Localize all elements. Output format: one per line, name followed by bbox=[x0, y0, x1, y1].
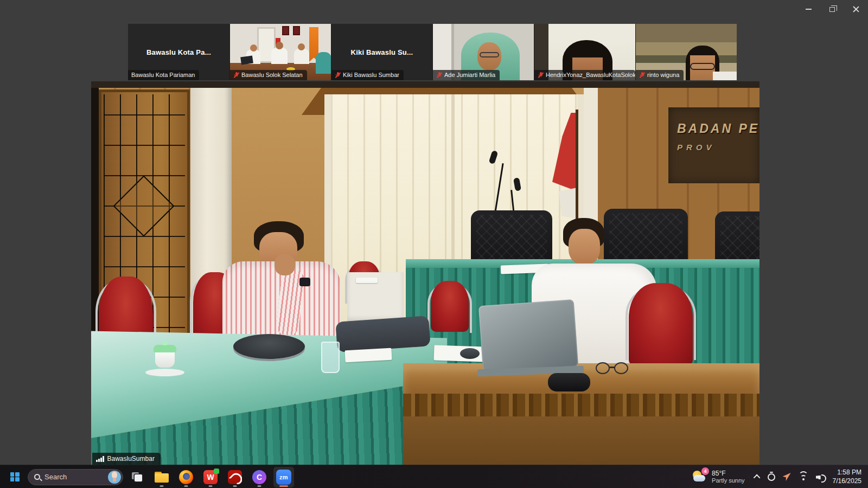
eyeglasses bbox=[596, 362, 636, 376]
volume-icon[interactable] bbox=[816, 473, 826, 481]
wifi-icon[interactable] bbox=[799, 473, 808, 481]
weather-badge: 4 bbox=[701, 467, 709, 475]
wall-sign-text: PROV bbox=[677, 143, 760, 152]
taskbar: Search W C zm 4 85°F Partly sunny bbox=[0, 465, 868, 488]
cup-lid bbox=[154, 345, 176, 352]
weather-widget[interactable]: 4 85°F Partly sunny bbox=[688, 468, 748, 486]
person bbox=[294, 49, 309, 64]
photo-frame bbox=[282, 26, 289, 35]
mic-muted-icon bbox=[233, 72, 239, 78]
glasses-case bbox=[548, 373, 590, 391]
window-controls bbox=[796, 0, 868, 20]
participant-tile[interactable]: rinto wiguna bbox=[635, 24, 737, 80]
photo-frame bbox=[293, 26, 300, 35]
person-head bbox=[298, 43, 305, 50]
minimize-icon bbox=[806, 9, 812, 10]
person-head bbox=[276, 42, 283, 49]
weather-condition: Partly sunny bbox=[712, 477, 745, 484]
close-icon bbox=[853, 6, 859, 12]
zoom-icon: zm bbox=[276, 470, 291, 485]
taskbar-clock[interactable]: 1:58 PM 7/16/2025 bbox=[833, 468, 864, 485]
saucer bbox=[145, 369, 184, 376]
clock-date: 7/16/2025 bbox=[833, 477, 861, 486]
cup bbox=[155, 350, 175, 368]
participant-tile[interactable]: Bawaslu Solok Selatan bbox=[229, 24, 331, 80]
folder-icon bbox=[155, 472, 169, 483]
search-icon bbox=[34, 474, 40, 480]
file-explorer-button[interactable] bbox=[151, 467, 172, 487]
search-placeholder: Search bbox=[44, 473, 104, 481]
wall-sign-board: BADAN PE PROV bbox=[668, 107, 760, 183]
person-head bbox=[250, 44, 257, 52]
firefox-icon bbox=[179, 470, 193, 484]
connection-signal-icon bbox=[96, 456, 104, 462]
eyeglasses bbox=[690, 63, 715, 70]
wps-office-button[interactable]: W bbox=[200, 467, 221, 487]
zoom-app-button[interactable]: zm bbox=[273, 467, 294, 487]
close-button[interactable] bbox=[844, 0, 868, 18]
task-view-icon bbox=[132, 472, 143, 482]
participant-name-label: rinto wiguna bbox=[636, 70, 684, 80]
ceiling-beam bbox=[91, 81, 760, 88]
paper bbox=[344, 348, 392, 362]
water-glass bbox=[321, 342, 340, 373]
tray-ring-icon[interactable] bbox=[768, 473, 775, 481]
participant-tile[interactable]: HendrixYonaz_BawasluKotaSolok bbox=[534, 24, 635, 80]
computer-mouse bbox=[460, 348, 480, 359]
acrobat-icon bbox=[228, 470, 242, 484]
clock-time: 1:58 PM bbox=[833, 468, 861, 477]
video-thumbnail-strip: Bawaslu Kota Pa... Bawaslu Kota Pariaman… bbox=[128, 24, 737, 80]
speakerphone bbox=[233, 334, 305, 359]
person-hijab bbox=[316, 52, 331, 74]
start-button[interactable] bbox=[5, 468, 24, 486]
participant-tile[interactable]: Kiki Bawaslu Su... Kiki Bawaslu Sumbar bbox=[331, 24, 432, 80]
mic-muted-icon bbox=[436, 72, 442, 78]
weather-icon: 4 bbox=[692, 470, 708, 484]
task-view-button[interactable] bbox=[127, 467, 148, 487]
search-highlight-image bbox=[108, 471, 121, 484]
red-chair bbox=[626, 283, 696, 375]
mic-muted-icon bbox=[335, 72, 341, 78]
restore-icon bbox=[829, 7, 835, 12]
minimize-button[interactable] bbox=[796, 0, 820, 18]
c-app-icon: C bbox=[252, 470, 266, 484]
system-tray bbox=[755, 473, 826, 481]
cup-lid-knob bbox=[162, 342, 168, 345]
acrobat-button[interactable] bbox=[225, 467, 245, 487]
restore-button[interactable] bbox=[820, 0, 844, 18]
wps-badge bbox=[214, 468, 219, 474]
tray-overflow-chevron-icon[interactable] bbox=[753, 474, 760, 481]
c-app-button[interactable]: C bbox=[249, 467, 270, 487]
mic-muted-icon bbox=[639, 72, 645, 78]
wps-icon: W bbox=[203, 470, 218, 484]
paper bbox=[356, 278, 378, 283]
participant-name-label: HendrixYonaz_BawasluKotaSolok bbox=[534, 70, 635, 80]
eyeglasses bbox=[480, 52, 499, 57]
main-speaker-video: BADAN PE PROV bbox=[91, 81, 760, 465]
participant-name-label: Kiki Bawaslu Sumbar bbox=[331, 70, 404, 80]
participant-name-label: Ade Jumiarti Marlia bbox=[433, 70, 500, 80]
wall-sign-text: BADAN PE bbox=[677, 121, 760, 136]
search-box[interactable]: Search bbox=[28, 469, 123, 485]
weather-temperature: 85°F bbox=[712, 470, 745, 477]
speaker-name-label: BawasluSumbar bbox=[92, 453, 161, 465]
person-shoulder bbox=[713, 72, 737, 80]
person bbox=[271, 48, 288, 64]
participant-name-label: Bawaslu Kota Pariaman bbox=[128, 70, 199, 80]
participant-tile[interactable]: Ade Jumiarti Marlia bbox=[432, 24, 534, 80]
windows-logo-icon bbox=[10, 472, 20, 481]
location-arrow-icon[interactable] bbox=[783, 473, 791, 481]
indonesia-flag-white bbox=[559, 188, 577, 219]
firefox-button[interactable] bbox=[176, 467, 196, 487]
laptop bbox=[478, 299, 578, 373]
participant-tile[interactable]: Bawaslu Kota Pa... Bawaslu Kota Pariaman bbox=[128, 24, 229, 80]
mic-muted-icon bbox=[538, 72, 544, 78]
laptop-bag bbox=[335, 316, 430, 352]
participant-name-label: Bawaslu Solok Selatan bbox=[230, 70, 307, 80]
